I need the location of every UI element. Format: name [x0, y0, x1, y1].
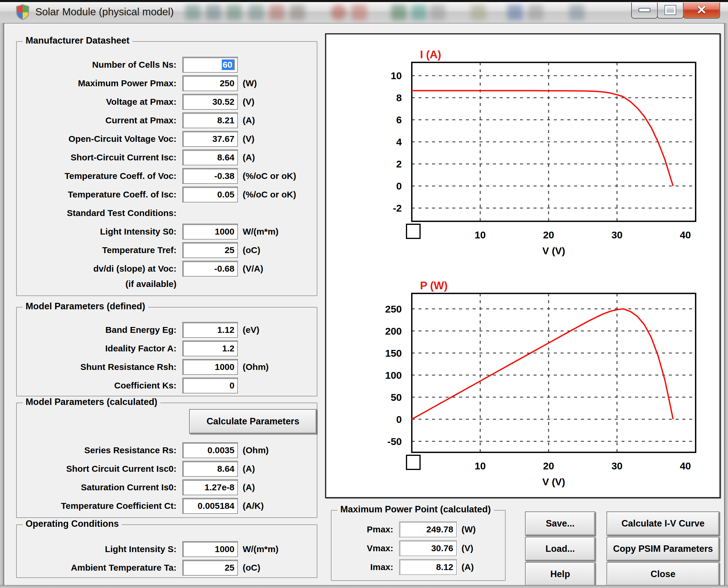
- group-title: Model Parameters (calculated): [23, 397, 160, 407]
- field-label: Open-Circuit Voltage Voc:: [17, 134, 182, 144]
- field-row: Open-Circuit Voltage Voc:37.67(V): [17, 129, 317, 148]
- iv-curve-chart: -20246810010203040V (V)I (A): [326, 35, 720, 266]
- field-label: Coefficient Ks:: [17, 380, 182, 391]
- close-button[interactable]: Close: [606, 562, 720, 586]
- app-shield-icon: [15, 4, 30, 20]
- chart-panel: -20246810010203040V (V)I (A) -5005010015…: [325, 33, 721, 498]
- field-label: Temperature Tref:: [17, 245, 182, 255]
- field-label: Number of Cells Ns:: [17, 60, 182, 70]
- field-rows: Light Intensity S:1000W/(m*m)Ambient Tem…: [17, 525, 317, 578]
- close-icon: ✕: [696, 4, 707, 16]
- field-label: Ambient Temperature Ta:: [17, 563, 182, 573]
- svg-text:10: 10: [391, 70, 402, 81]
- field-label: (if available): [17, 279, 182, 289]
- field-unit: (A): [238, 115, 317, 125]
- input-field[interactable]: 0.05: [182, 187, 238, 203]
- field-unit: (%/oC or oK): [238, 171, 317, 181]
- group-manufacturer-datasheet: Manufacturer Datasheet Number of Cells N…: [16, 41, 317, 296]
- field-row: Temperature Coeff. of Isc:0.05(%/oC or o…: [17, 185, 317, 204]
- svg-text:6: 6: [396, 114, 402, 125]
- origin-handle[interactable]: [406, 455, 420, 469]
- field-row: Vmax:30.76(V): [331, 539, 505, 558]
- group-title: Manufacturer Datasheet: [23, 35, 132, 46]
- field-label: Imax:: [331, 562, 399, 572]
- field-row: Current at Pmax:8.21(A): [17, 111, 317, 129]
- input-field[interactable]: 25: [182, 560, 238, 576]
- save-button[interactable]: Save...: [525, 511, 595, 536]
- field-row: Band Energy Eg:1.12(eV): [17, 320, 317, 339]
- field-label: Standard Test Conditions:: [17, 208, 182, 218]
- field-label: Short Circuit Current Isc0:: [17, 464, 182, 474]
- field-label: Saturation Current Is0:: [17, 482, 182, 492]
- calculate-iv-curve-button[interactable]: Calculate I-V Curve: [606, 511, 720, 536]
- input-field[interactable]: 1.2: [182, 340, 238, 356]
- help-button[interactable]: Help: [525, 562, 595, 586]
- minimize-button[interactable]: [631, 2, 658, 19]
- window-title: Solar Module (physical model): [35, 6, 174, 18]
- close-window-button[interactable]: ✕: [683, 2, 720, 19]
- input-field[interactable]: 25: [182, 242, 238, 258]
- selected-text: 60: [222, 60, 233, 70]
- input-field[interactable]: 8.21: [182, 112, 238, 128]
- svg-text:10: 10: [475, 460, 486, 471]
- input-field[interactable]: 30.52: [182, 94, 238, 110]
- field-unit: (W): [457, 524, 505, 534]
- window-border-bottom: [0, 585, 728, 588]
- input-field[interactable]: 1000: [182, 359, 238, 375]
- svg-text:0: 0: [396, 414, 402, 425]
- input-field[interactable]: 0.0035: [182, 442, 238, 458]
- input-field[interactable]: 8.64: [182, 149, 238, 165]
- field-label: Temperature Coefficient Ct:: [17, 501, 182, 511]
- field-label: Light Intensity S:: [17, 544, 182, 554]
- output-field: 8.12: [399, 559, 457, 575]
- svg-text:10: 10: [475, 229, 486, 240]
- input-field[interactable]: 0: [182, 378, 238, 394]
- svg-text:20: 20: [543, 229, 554, 240]
- input-field[interactable]: 0.005184: [182, 498, 238, 514]
- field-unit: (A): [238, 152, 317, 163]
- input-field[interactable]: -0.38: [182, 168, 238, 184]
- field-label: Short-Circuit Current Isc:: [17, 152, 182, 163]
- group-title: Maximum Power Point (calculated): [337, 504, 494, 515]
- input-field[interactable]: 37.67: [182, 131, 238, 147]
- window-border-right: [724, 23, 728, 588]
- group-maximum-power-point: Maximum Power Point (calculated) Pmax:24…: [331, 510, 506, 581]
- field-label: Temperature Coeff. of Voc:: [17, 171, 182, 181]
- origin-handle[interactable]: [406, 224, 420, 238]
- restore-button[interactable]: [657, 2, 684, 19]
- window-titlebar[interactable]: Solar Module (physical model) ✕: [0, 0, 728, 24]
- field-label: Series Resistance Rs:: [17, 445, 182, 455]
- field-row: Number of Cells Ns:60: [17, 55, 317, 74]
- svg-text:V (V): V (V): [543, 476, 565, 487]
- svg-text:40: 40: [680, 460, 691, 471]
- input-field[interactable]: 8.64: [182, 461, 238, 477]
- field-row: Ideality Factor A:1.2: [17, 339, 317, 358]
- input-field[interactable]: 1.27e-8: [182, 479, 238, 495]
- svg-text:40: 40: [680, 229, 691, 240]
- field-row: Shunt Resistance Rsh:1000(Ohm): [17, 358, 317, 376]
- field-row: Ambient Temperature Ta:25(oC): [17, 558, 317, 577]
- window-border-left: [0, 23, 4, 588]
- field-row: Imax:8.12(A): [331, 558, 505, 576]
- calculate-parameters-button[interactable]: Calculate Parameters: [189, 409, 317, 434]
- field-row: Temperature Tref:25(oC): [17, 241, 317, 259]
- output-field: 249.78: [399, 522, 457, 538]
- input-field[interactable]: 1000: [182, 541, 238, 557]
- field-unit: (V): [238, 97, 317, 107]
- input-field[interactable]: 1000: [182, 224, 238, 239]
- restore-icon: [665, 6, 676, 15]
- input-field[interactable]: 1.12: [182, 322, 238, 338]
- input-field[interactable]: 250: [182, 75, 238, 91]
- field-unit: (V): [457, 543, 505, 553]
- minimize-icon: [639, 8, 650, 12]
- svg-text:50: 50: [391, 392, 402, 403]
- copy-psim-parameters-button[interactable]: Copy PSIM Parameters: [606, 537, 720, 561]
- input-field[interactable]: 60: [182, 57, 238, 73]
- field-row: Series Resistance Rs:0.0035(Ohm): [17, 441, 317, 459]
- field-label: Ideality Factor A:: [17, 343, 182, 354]
- field-row: Light Intensity S:1000W/(m*m): [17, 540, 317, 558]
- field-row: Pmax:249.78(W): [331, 520, 505, 539]
- input-field[interactable]: -0.68: [182, 261, 238, 277]
- svg-text:150: 150: [385, 348, 402, 359]
- load-button[interactable]: Load...: [525, 537, 595, 561]
